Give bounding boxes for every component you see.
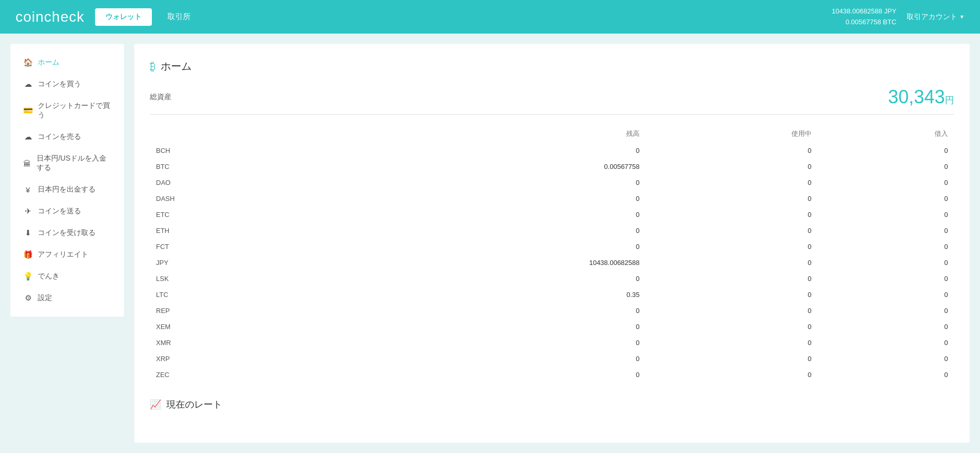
sidebar: 🏠ホーム☁コインを買う💳クレジットカードで買う☁コインを売る🏛日本円/USドルを… <box>10 44 124 317</box>
chevron-down-icon: ▼ <box>959 14 965 20</box>
total-assets-row: 総資産 30,343円 <box>150 86 954 115</box>
sidebar-item-sell-coin[interactable]: ☁コインを売る <box>10 126 124 148</box>
in-use-value: 0 <box>646 303 818 319</box>
sidebar-item-settings[interactable]: ⚙設定 <box>10 287 124 309</box>
main-layout: 🏠ホーム☁コインを買う💳クレジットカードで買う☁コインを売る🏛日本円/USドルを… <box>0 34 980 453</box>
sidebar-item-denki[interactable]: 💡でんき <box>10 265 124 287</box>
balance-value: 0 <box>314 271 646 287</box>
wallet-button[interactable]: ウォレット <box>95 8 152 26</box>
main-content: ₿ ホーム 総資産 30,343円 残高 使用中 借入 BCH000BTC0.0… <box>134 44 970 443</box>
sidebar-label-buy-coin: コインを買う <box>38 80 81 89</box>
sidebar-label-denki: でんき <box>38 272 59 281</box>
send-coin-icon: ✈ <box>23 207 33 216</box>
borrowed-value: 0 <box>818 319 954 335</box>
coin-label: LSK <box>150 271 314 287</box>
trading-account-button[interactable]: 取引アカウント ▼ <box>907 12 965 22</box>
in-use-value: 0 <box>646 239 818 255</box>
sidebar-label-receive-coin: コインを受け取る <box>38 228 96 238</box>
balance-value: 0 <box>314 319 646 335</box>
table-row: LTC0.3500 <box>150 287 954 303</box>
in-use-value: 0 <box>646 319 818 335</box>
balance-value: 0 <box>314 143 646 159</box>
coin-label: DASH <box>150 191 314 207</box>
page-title-row: ₿ ホーム <box>150 59 954 73</box>
coin-label: JPY <box>150 255 314 271</box>
sidebar-item-affiliate[interactable]: 🎁アフィリエイト <box>10 244 124 265</box>
coin-label: REP <box>150 303 314 319</box>
coin-label: XMR <box>150 335 314 351</box>
sidebar-item-deposit[interactable]: 🏛日本円/USドルを入金する <box>10 148 124 179</box>
col-in-use: 使用中 <box>646 125 818 143</box>
sidebar-item-receive-coin[interactable]: ⬇コインを受け取る <box>10 222 124 244</box>
table-row: ETC000 <box>150 207 954 223</box>
balance-value: 0.00567758 <box>314 159 646 175</box>
page-title: ホーム <box>161 59 192 73</box>
current-rate-title: 現在のレート <box>166 398 222 411</box>
in-use-value: 0 <box>646 367 818 383</box>
balance-info: 10438.00682588 JPY 0.00567758 BTC <box>832 6 896 28</box>
borrowed-value: 0 <box>818 159 954 175</box>
sidebar-label-withdraw-jpy: 日本円を出金する <box>38 185 96 194</box>
table-row: DAO000 <box>150 175 954 191</box>
borrowed-value: 0 <box>818 335 954 351</box>
borrowed-value: 0 <box>818 303 954 319</box>
sidebar-label-affiliate: アフィリエイト <box>38 250 88 259</box>
logo: coincheck <box>15 9 85 25</box>
sidebar-item-withdraw-jpy[interactable]: ¥日本円を出金する <box>10 179 124 200</box>
table-row: XRP000 <box>150 351 954 367</box>
balance-value: 0 <box>314 239 646 255</box>
borrowed-value: 0 <box>818 255 954 271</box>
sidebar-item-send-coin[interactable]: ✈コインを送る <box>10 200 124 222</box>
sidebar-item-home[interactable]: 🏠ホーム <box>10 52 124 73</box>
borrowed-value: 0 <box>818 175 954 191</box>
sidebar-label-buy-credit: クレジットカードで買う <box>38 101 111 120</box>
sidebar-item-buy-coin[interactable]: ☁コインを買う <box>10 73 124 95</box>
table-row: XMR000 <box>150 335 954 351</box>
in-use-value: 0 <box>646 143 818 159</box>
col-balance: 残高 <box>314 125 646 143</box>
borrowed-value: 0 <box>818 143 954 159</box>
sidebar-label-settings: 設定 <box>38 293 52 303</box>
borrowed-value: 0 <box>818 287 954 303</box>
balance-value: 0 <box>314 191 646 207</box>
balance-value: 0 <box>314 351 646 367</box>
coin-label: XRP <box>150 351 314 367</box>
coin-label: FCT <box>150 239 314 255</box>
table-row: DASH000 <box>150 191 954 207</box>
borrowed-value: 0 <box>818 223 954 239</box>
in-use-value: 0 <box>646 159 818 175</box>
bitcoin-icon: ₿ <box>150 60 155 73</box>
coin-label: DAO <box>150 175 314 191</box>
sidebar-label-send-coin: コインを送る <box>38 207 81 216</box>
table-row: BTC0.0056775800 <box>150 159 954 175</box>
header-right: 10438.00682588 JPY 0.00567758 BTC 取引アカウン… <box>832 6 965 28</box>
balance-value: 10438.00682588 <box>314 255 646 271</box>
in-use-value: 0 <box>646 223 818 239</box>
table-row: FCT000 <box>150 239 954 255</box>
coin-label: BTC <box>150 159 314 175</box>
sidebar-item-buy-credit[interactable]: 💳クレジットカードで買う <box>10 95 124 126</box>
deposit-icon: 🏛 <box>23 159 32 168</box>
balance-value: 0.35 <box>314 287 646 303</box>
borrowed-value: 0 <box>818 367 954 383</box>
table-row: JPY10438.0068258800 <box>150 255 954 271</box>
coin-label: BCH <box>150 143 314 159</box>
sidebar-label-home: ホーム <box>38 58 59 67</box>
header: coincheck ウォレット 取引所 10438.00682588 JPY 0… <box>0 0 980 34</box>
table-row: XEM000 <box>150 319 954 335</box>
table-row: ETH000 <box>150 223 954 239</box>
settings-icon: ⚙ <box>23 293 33 303</box>
table-row: ZEC000 <box>150 367 954 383</box>
chart-icon: 📈 <box>150 399 161 410</box>
in-use-value: 0 <box>646 271 818 287</box>
exchange-nav[interactable]: 取引所 <box>162 8 196 26</box>
col-borrowed: 借入 <box>818 125 954 143</box>
receive-coin-icon: ⬇ <box>23 228 33 238</box>
affiliate-icon: 🎁 <box>23 250 33 259</box>
table-row: REP000 <box>150 303 954 319</box>
in-use-value: 0 <box>646 175 818 191</box>
in-use-value: 0 <box>646 191 818 207</box>
borrowed-value: 0 <box>818 191 954 207</box>
borrowed-value: 0 <box>818 239 954 255</box>
in-use-value: 0 <box>646 351 818 367</box>
